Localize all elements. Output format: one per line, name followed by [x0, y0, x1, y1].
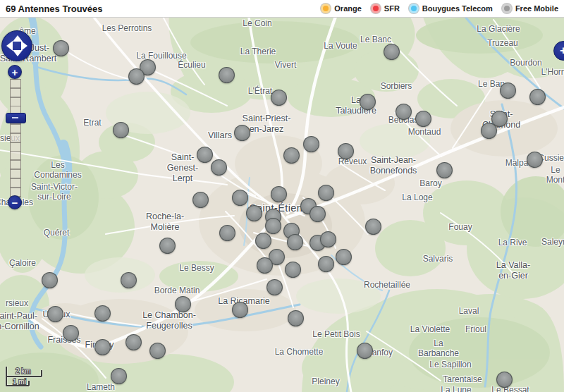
antenna-marker[interactable]	[63, 325, 79, 341]
antenna-marker[interactable]	[246, 205, 262, 221]
legend-item-sfr[interactable]: SFR	[371, 4, 400, 13]
operator-legend: OrangeSFRBouygues TelecomFree Mobile	[321, 4, 558, 13]
sfr-dot-icon	[371, 4, 381, 13]
antenna-marker[interactable]	[125, 334, 142, 350]
bouygues-telecom-dot-icon	[409, 4, 419, 13]
antenna-marker[interactable]	[234, 125, 250, 141]
antenna-marker[interactable]	[255, 233, 271, 249]
zoom-slider-track[interactable]	[10, 79, 21, 197]
antenna-marker[interactable]	[271, 186, 287, 202]
antenna-marker[interactable]	[197, 147, 213, 163]
antenna-marker[interactable]	[94, 305, 111, 321]
antenna-marker[interactable]	[320, 231, 336, 247]
antenna-marker[interactable]	[266, 279, 283, 295]
antenna-marker[interactable]	[283, 147, 300, 164]
pan-left-arrow-icon[interactable]	[6, 41, 13, 51]
antenna-marker[interactable]	[232, 190, 248, 206]
pan-control[interactable]	[1, 30, 32, 61]
free-mobile-dot-icon	[502, 4, 512, 13]
antenna-marker[interactable]	[94, 339, 111, 355]
map-canvas[interactable]: ômeLes PerrotinsLe CoinLa FouillouseÉcul…	[0, 0, 564, 392]
antenna-marker[interactable]	[113, 122, 129, 138]
antenna-marker[interactable]	[396, 104, 412, 120]
antenna-marker[interactable]	[288, 310, 304, 326]
pan-down-arrow-icon[interactable]	[13, 50, 23, 56]
zoom-in-button[interactable]: +	[8, 65, 22, 79]
results-count-title: 69 Antennes Trouvées	[6, 4, 103, 14]
antenna-marker[interactable]	[309, 206, 326, 222]
antenna-marker[interactable]	[42, 272, 58, 288]
orange-dot-icon	[321, 4, 331, 13]
antenna-marker[interactable]	[496, 372, 513, 388]
antenna-marker[interactable]	[500, 82, 516, 99]
antenna-marker[interactable]	[219, 67, 235, 83]
antenna-marker[interactable]	[128, 68, 145, 85]
antenna-marker[interactable]	[192, 192, 209, 208]
antenna-marker[interactable]	[287, 234, 303, 250]
antenna-marker[interactable]	[415, 111, 431, 127]
antenna-marker[interactable]	[271, 90, 287, 106]
zoom-out-button[interactable]: −	[8, 195, 22, 209]
antenna-marker[interactable]	[121, 272, 137, 288]
antenna-marker[interactable]	[318, 256, 334, 272]
pan-right-arrow-icon[interactable]	[21, 41, 27, 51]
antenna-marker[interactable]	[360, 94, 376, 110]
antenna-marker[interactable]	[219, 225, 235, 241]
header-bar: 69 Antennes Trouvées OrangeSFRBouygues T…	[0, 0, 564, 18]
antenna-marker[interactable]	[481, 123, 497, 139]
antenna-marker[interactable]	[365, 219, 381, 235]
antenna-marker[interactable]	[336, 249, 352, 265]
antenna-marker[interactable]	[47, 306, 63, 322]
antenna-marker[interactable]	[175, 296, 191, 312]
antenna-marker[interactable]	[303, 136, 319, 152]
antenna-marker[interactable]	[384, 44, 400, 60]
legend-item-label: Free Mobile	[515, 4, 558, 13]
legend-item-label: Orange	[334, 4, 362, 13]
antenna-marker[interactable]	[529, 89, 546, 105]
legend-item-bouygues-telecom[interactable]: Bouygues Telecom	[409, 4, 493, 13]
legend-item-label: SFR	[384, 4, 400, 13]
antenna-marker[interactable]	[232, 302, 248, 318]
legend-item-free-mobile[interactable]: Free Mobile	[502, 4, 558, 13]
antenna-marker[interactable]	[285, 262, 301, 278]
antenna-marker[interactable]	[211, 159, 227, 176]
antenna-marker[interactable]	[111, 368, 127, 384]
zoom-slider-handle[interactable]	[6, 113, 26, 123]
antenna-marker[interactable]	[527, 152, 543, 168]
antenna-marker[interactable]	[149, 343, 166, 359]
legend-item-orange[interactable]: Orange	[321, 4, 362, 13]
antenna-marker[interactable]	[265, 218, 281, 234]
antenna-marker[interactable]	[338, 143, 354, 159]
antenna-marker[interactable]	[436, 162, 453, 178]
antenna-marker[interactable]	[357, 343, 373, 359]
legend-item-label: Bouygues Telecom	[422, 4, 493, 13]
antenna-marker[interactable]	[257, 257, 273, 274]
antenna-marker[interactable]	[53, 40, 69, 56]
antenna-marker[interactable]	[318, 185, 334, 201]
antenna-marker[interactable]	[159, 238, 176, 254]
